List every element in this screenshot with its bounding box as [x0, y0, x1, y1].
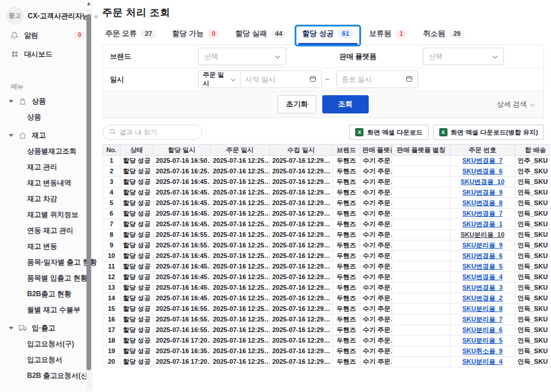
brand-select[interactable]: 선택	[198, 48, 286, 65]
sidebar-section-bag[interactable]: 상품	[0, 93, 92, 109]
order-number-link[interactable]: SKU분리용_10	[460, 231, 505, 238]
table-row: 19할당 성공2025-07-16 16:35…2025-07-16 12:25…	[103, 346, 551, 357]
result-search-input[interactable]: 결과 내 찾기	[102, 125, 202, 140]
sidebar-section-home[interactable]: 재고	[0, 127, 92, 143]
sidebar-item[interactable]: 재고별 위치정보	[0, 207, 92, 223]
sidebar-item[interactable]: 품목-일자별 출고 현황	[0, 254, 92, 270]
order-number-link[interactable]: SKU분리용_5	[462, 337, 502, 344]
calendar-icon	[406, 75, 413, 84]
platform-cell: 수기 주문…	[360, 283, 392, 293]
order-number-link[interactable]: SKU취소용_9	[462, 347, 502, 354]
end-date-input[interactable]: 종료 일시	[336, 71, 418, 88]
order-number-link[interactable]: SKU변경용_7	[462, 157, 502, 164]
order-number-link[interactable]: SKU변경용_2	[462, 294, 502, 301]
combined-shipping-cell: 인득_SKU	[515, 230, 551, 240]
table-row: 15할당 성공2025-07-16 16:55…2025-07-16 12:25…	[103, 304, 551, 314]
status-cell: 할당 성공	[121, 240, 153, 251]
table-header-row: No.상태할당 일시주문 일시수집 일시브랜드판매 플랫폼판매 플랫폼 별칭주문…	[103, 145, 551, 156]
sidebar-scrollbar-thumb[interactable]	[86, 14, 91, 370]
status-cell: 할당 성공	[121, 304, 153, 314]
sidebar-item[interactable]: B2B 출고요청서(신)	[0, 368, 92, 384]
platform-alias-cell	[392, 357, 450, 367]
page-title: 주문 처리 조회	[102, 6, 551, 19]
platform-select[interactable]: 선택	[423, 48, 504, 65]
combined-shipping-cell: 인주_SKU	[515, 156, 551, 166]
order-number-link[interactable]: SKU변경용_1	[462, 220, 502, 227]
tab-보류됨[interactable]: 보류됨1	[369, 27, 408, 45]
order-number-link[interactable]: SKU변경용_3	[462, 284, 502, 291]
main-content: 주문 처리 조회 주문 오류27할당 가능0할당 실패44할당 성공61보류됨1…	[93, 0, 551, 392]
order-number-link[interactable]: SKU분리용_9	[462, 242, 502, 249]
sidebar-item[interactable]: 품목별 입출고 현황	[0, 270, 92, 286]
status-cell: 할당 성공	[121, 346, 153, 357]
excel-download-button[interactable]: X 화면 엑셀 다운로드	[349, 125, 428, 140]
brand-cell: 두핸즈	[333, 336, 360, 346]
order-number-link[interactable]: SKU분리용_6	[462, 326, 502, 333]
order-datetime: 2025-07-16 12:25…	[211, 230, 270, 240]
order-number-link[interactable]: SKU분리용_7	[462, 316, 502, 323]
status-cell: 할당 성공	[121, 177, 153, 187]
platform-alias-cell	[392, 262, 450, 272]
order-number-link[interactable]: SKU분리용_4	[462, 358, 502, 365]
order-number-cell: SKU변경용_7	[450, 156, 515, 166]
order-number-link[interactable]: SKU변경용_6	[462, 252, 502, 259]
reset-button[interactable]: 초기화	[278, 95, 316, 113]
row-number: 18	[103, 336, 121, 346]
order-number-link[interactable]: SKU변경용_9	[462, 189, 502, 196]
brand-cell: 두핸즈	[333, 283, 360, 293]
order-number-link[interactable]: SKU변경용_6	[462, 167, 502, 175]
combined-shipping-cell: 인득_SKU	[515, 177, 551, 187]
tab-주문 오류[interactable]: 주문 오류27	[105, 27, 156, 45]
brand-cell: 두핸즈	[333, 240, 360, 251]
order-number-link[interactable]: SKU변경용_5	[462, 263, 502, 270]
column-header: 판매 플랫폼 별칭	[392, 145, 450, 156]
sidebar-item[interactable]: 상품별재고조회	[0, 143, 92, 159]
sidebar-item[interactable]: 재고 변동내역	[0, 175, 92, 191]
tab-label: 취소됨	[423, 29, 445, 39]
sidebar-item[interactable]: 입고요청서(구)	[0, 336, 92, 352]
collected-datetime: 2025-07-16 12:29…	[270, 283, 333, 293]
sidebar-item-notifications[interactable]: 알림 0	[0, 27, 92, 43]
dashboard-icon	[10, 51, 19, 58]
column-header: No.	[103, 145, 121, 156]
order-number-link[interactable]: SKU분리용_8	[462, 305, 502, 312]
order-number-link[interactable]: SKU변경용_8	[462, 199, 502, 206]
row-number: 9	[103, 240, 121, 251]
search-button[interactable]: 조회	[322, 95, 369, 113]
sidebar-section-truck[interactable]: 입·출고	[0, 320, 92, 336]
order-number-link[interactable]: SKU변경용_4	[462, 273, 502, 280]
row-number: 8	[103, 230, 121, 240]
sidebar-section-label: 상품	[32, 96, 46, 106]
datetime-type-select[interactable]: 주문 일시	[198, 71, 241, 88]
tab-할당 성공[interactable]: 할당 성공61	[302, 27, 353, 45]
tab-count-badge: 61	[338, 29, 353, 38]
sidebar-item[interactable]: B2B출고 현황	[0, 286, 92, 302]
sidebar-item[interactable]: 월별 재고 수불부	[0, 302, 92, 318]
sidebar-item[interactable]: 상품	[0, 109, 92, 125]
tab-할당 실패[interactable]: 할당 실패44	[235, 27, 286, 45]
tab-label: 주문 오류	[105, 29, 136, 39]
sidebar-item[interactable]: 재고 관리	[0, 159, 92, 175]
sidebar-item-dashboard[interactable]: 대시보드	[0, 46, 92, 62]
collected-datetime: 2025-07-16 12:29…	[270, 209, 333, 219]
tab-취소됨[interactable]: 취소됨29	[423, 27, 465, 45]
sidebar-item[interactable]: 연동 재고 관리	[0, 223, 92, 239]
order-number-link[interactable]: SKU변경용_7	[462, 210, 502, 217]
table-row: 10할당 성공2025-07-16 16:45…2025-07-16 12:25…	[103, 251, 551, 262]
excel-download-merge-button[interactable]: X 화면 엑셀 다운로드(병합 유지)	[433, 125, 545, 140]
order-number-link[interactable]: SKU변경용_10	[460, 178, 505, 185]
brand-cell: 두핸즈	[333, 357, 360, 367]
sidebar-item[interactable]: 재고 변동	[0, 239, 92, 254]
tab-할당 가능[interactable]: 할당 가능0	[172, 27, 220, 45]
start-date-input[interactable]: 시작 일시	[240, 71, 322, 88]
order-number-cell: SKU변경용_9	[450, 187, 515, 198]
end-date-placeholder: 종료 일시	[342, 75, 372, 85]
scroll-up-arrow-icon[interactable]	[87, 2, 91, 5]
advanced-search-toggle[interactable]: 상세 검색	[497, 99, 535, 109]
start-date-placeholder: 시작 일시	[245, 75, 275, 85]
collected-datetime: 2025-07-16 12:29…	[270, 272, 333, 283]
platform-alias-cell	[392, 346, 450, 357]
order-datetime: 2025-07-16 12:25…	[211, 357, 270, 367]
sidebar-item[interactable]: 입고요청서	[0, 352, 92, 368]
sidebar-item[interactable]: 재고 차감	[0, 191, 92, 207]
